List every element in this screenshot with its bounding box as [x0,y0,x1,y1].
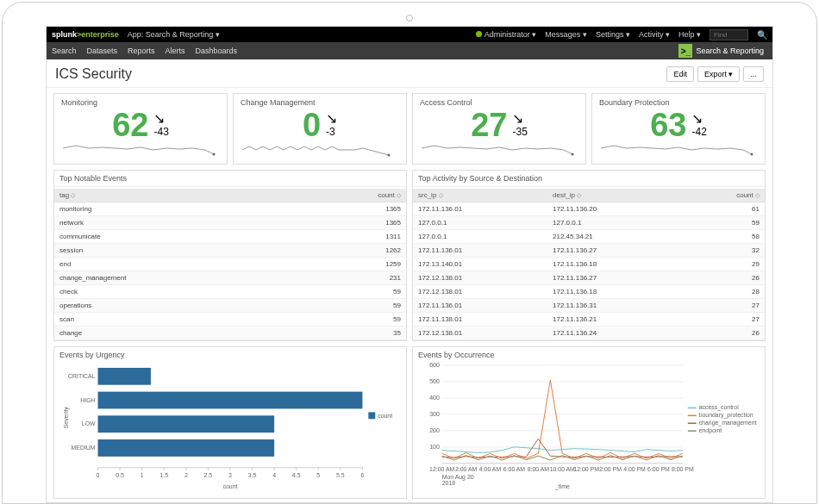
activity-label: Activity [639,30,664,39]
kpi-title: Change Management [241,98,399,107]
app-badge[interactable]: >_ Search & Reporting [678,44,767,58]
col-count[interactable]: count ◇ [299,189,406,202]
table-row[interactable]: network1365 [54,216,406,230]
cell-src: 172.11.138.01 [413,313,547,327]
app-selector[interactable]: App: Search & Reporting ▾ [128,30,220,39]
charts-row: Events by Urgency CRITICALHIGHLOWMEDIUM0… [47,341,772,503]
svg-text:400: 400 [429,395,440,401]
svg-text:6: 6 [360,472,364,478]
cell-dest: 172.11.136.20 [547,202,682,216]
table-row[interactable]: 172.13.140.01172.11.136.1829 [413,258,765,271]
kpi-title: Access Control [420,98,578,107]
cell-tag: network [54,216,299,230]
table-row[interactable]: operations59 [54,299,406,313]
cell-dest: 127.0.0.1 [547,216,682,230]
cell-count: 59 [682,216,765,230]
table-row[interactable]: 172.12.138.01172.11.136.2726 [413,271,765,285]
table-row[interactable]: 172.11.136.01172.11.136.3127 [413,299,765,313]
table-row[interactable]: check59 [54,285,406,299]
svg-text:MEDIUM: MEDIUM [72,445,96,451]
table-notable-events: Top Notable Events tag ◇ count ◇ monitor… [53,170,407,341]
svg-rect-41 [368,412,375,419]
sparkline [420,141,578,159]
table-row[interactable]: change_management231 [54,271,406,285]
col-src-ip[interactable]: src_ip ◇ [413,189,547,202]
bar-chart: CRITICALHIGHLOWMEDIUM00.511.522.533.544.… [59,361,401,493]
find-input[interactable] [710,29,748,40]
table-row[interactable]: monitoring1365 [54,202,406,216]
table-row[interactable]: 172.11.136.01172.11.136.2061 [413,202,765,216]
activity-menu[interactable]: Activity ▾ [639,30,670,39]
user-menu[interactable]: Administrator ▾ [476,30,537,39]
svg-text:600: 600 [429,362,440,368]
kpi-value: 63 [650,109,686,141]
cell-dest: 172.11.136.27 [547,271,682,285]
more-button[interactable]: ... [743,66,764,82]
svg-text:2:00 PM: 2:00 PM [599,466,622,472]
cell-count: 59 [299,285,406,299]
trend-down-icon: ↘ [512,112,523,126]
cell-tag: scan [54,313,299,327]
table-row[interactable]: change35 [54,327,406,340]
chart-title: Events by Urgency [59,351,401,359]
svg-text:4:00 PM: 4:00 PM [623,466,646,472]
cell-count: 61 [682,202,765,216]
tables-row: Top Notable Events tag ◇ count ◇ monitor… [47,170,772,341]
kpi-row: Monitoring 62 ↘ -43 Change Management 0 … [47,88,772,170]
title-row: ICS Security Edit Export ▾ ... [47,59,772,88]
svg-text:8:00 AM: 8:00 AM [528,466,550,472]
svg-text:HIGH: HIGH [80,397,95,403]
table-row[interactable]: 172.11.138.01172.11.136.2127 [413,313,765,327]
table-title: Top Notable Events [54,171,406,187]
nav-datasets[interactable]: Datasets [87,47,118,55]
svg-text:_time: _time [554,483,570,490]
cell-src: 172.12.138.01 [413,285,547,299]
nav-bar: Search Datasets Reports Alerts Dashboard… [47,42,772,59]
svg-text:100: 100 [429,444,440,450]
svg-text:6:00 PM: 6:00 PM [647,466,670,472]
svg-text:2:00 AM: 2:00 AM [455,466,478,472]
kpi-delta: -3 [326,126,335,138]
table-row[interactable]: session1262 [54,244,406,258]
col-dest-ip[interactable]: dest_ip ◇ [547,189,682,202]
help-menu[interactable]: Help ▾ [678,30,701,39]
nav-search[interactable]: Search [52,47,77,55]
svg-text:1.5: 1.5 [159,472,168,478]
nav-alerts[interactable]: Alerts [166,47,185,55]
svg-text:8:00 PM: 8:00 PM [672,466,694,472]
cell-src: 172.11.136.01 [413,202,547,216]
line-chart: 10020030040050060012:00 AM2:00 AM4:00 AM… [418,361,760,493]
cell-count: 1365 [299,202,406,216]
kpi-value: 27 [471,109,507,141]
svg-text:5: 5 [316,472,320,478]
nav-reports[interactable]: Reports [128,47,155,55]
edit-button[interactable]: Edit [666,66,694,82]
table-row[interactable]: end1259 [54,258,406,271]
col-count[interactable]: count ◇ [682,189,765,202]
col-tag[interactable]: tag ◇ [54,189,299,202]
table-row[interactable]: 172.12.138.01172.11.136.1828 [413,285,765,299]
cell-tag: operations [54,299,299,313]
search-icon[interactable]: 🔍 [757,30,767,40]
cell-dest: 172.11.136.18 [547,258,682,271]
export-button[interactable]: Export ▾ [697,66,741,82]
table-row[interactable]: communicate1311 [54,230,406,244]
cell-count: 29 [682,258,765,271]
messages-menu[interactable]: Messages ▾ [545,30,587,39]
cell-count: 59 [299,313,406,327]
table-row[interactable]: 172.11.136.01172.11.136.2732 [413,244,765,258]
table-row[interactable]: 172.12.138.01172.11.136.2426 [413,327,765,340]
cell-count: 27 [682,299,765,313]
kpi-title: Boundary Protection [599,98,758,107]
table-row[interactable]: 127.0.0.1212.45.34.2158 [413,230,765,244]
app-badge-label: Search & Reporting [696,47,767,55]
brand-text-b: >enterprise [77,30,119,39]
table-row[interactable]: 127.0.0.1127.0.0.159 [413,216,765,230]
settings-menu[interactable]: Settings ▾ [596,30,630,39]
cell-src: 172.13.140.01 [413,258,547,271]
table-row[interactable]: scan59 [54,313,406,327]
camera-dot [406,15,413,22]
cell-count: 1311 [299,230,406,244]
svg-text:CRITICAL: CRITICAL [68,373,96,379]
nav-dashboards[interactable]: Dashboards [196,47,238,55]
